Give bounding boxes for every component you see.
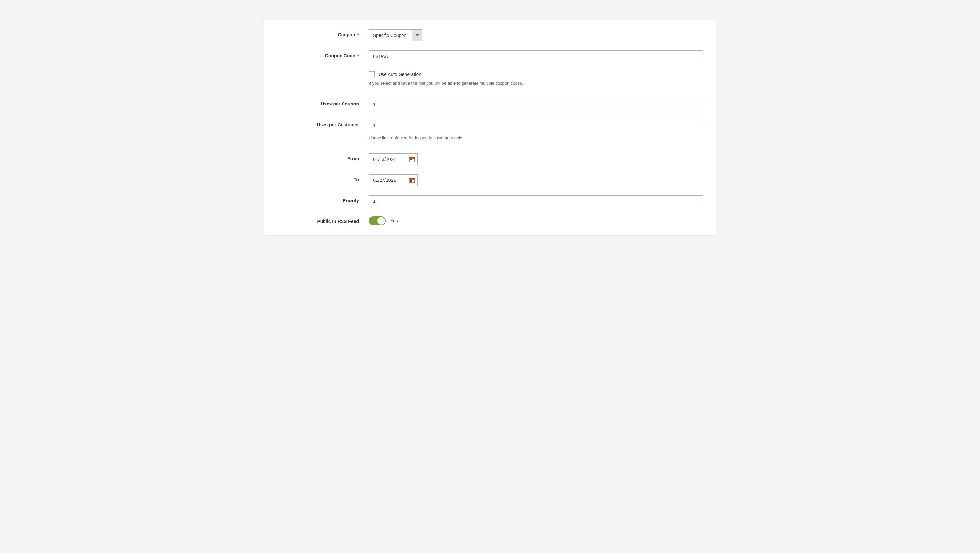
svg-rect-15 (411, 180, 412, 181)
coupon-select-value: Specific Coupon (369, 30, 412, 41)
svg-rect-7 (410, 160, 411, 161)
coupon-select[interactable]: Specific Coupon (369, 30, 423, 41)
uses-per-customer-row: Uses per Customer Usage limit enforced f… (277, 119, 703, 140)
rss-toggle-value: Yes (390, 218, 398, 223)
from-date-field[interactable] (369, 153, 418, 165)
svg-rect-11 (409, 178, 415, 180)
uses-per-coupon-row: Uses per Coupon (277, 99, 703, 110)
rss-label: Public In RSS Feed (277, 216, 369, 224)
uses-per-coupon-label: Uses per Coupon (277, 99, 369, 106)
to-date-picker-button[interactable] (407, 175, 417, 186)
priority-row: Priority (277, 195, 703, 207)
coupon-code-label: Coupon Code* (277, 51, 369, 58)
svg-rect-17 (410, 181, 411, 182)
svg-rect-8 (411, 160, 412, 161)
to-date-input[interactable] (369, 175, 407, 186)
auto-generation-help: If you select and save the rule you will… (369, 81, 703, 86)
to-row: To (277, 174, 703, 186)
priority-label: Priority (277, 195, 369, 203)
priority-input[interactable] (369, 195, 703, 207)
from-date-input[interactable] (369, 154, 407, 165)
svg-rect-5 (411, 159, 412, 160)
uses-per-customer-input[interactable] (369, 119, 703, 131)
to-label: To (277, 174, 369, 182)
coupon-row: Coupon* Specific Coupon (277, 30, 703, 41)
svg-rect-18 (411, 181, 412, 182)
calendar-icon (409, 156, 415, 162)
from-label: From (277, 153, 369, 161)
auto-generation-checkbox[interactable] (369, 72, 375, 77)
form-panel: Coupon* Specific Coupon Coupon Code* Use… (264, 20, 716, 235)
svg-rect-2 (410, 157, 411, 158)
to-date-field[interactable] (369, 174, 418, 186)
auto-generation-label: Use Auto Generation (379, 72, 421, 77)
coupon-code-row: Coupon Code* (277, 51, 703, 62)
rss-row: Public In RSS Feed Yes (277, 216, 703, 226)
from-row: From (277, 153, 703, 165)
required-mark: * (357, 53, 359, 58)
svg-rect-1 (409, 157, 415, 159)
svg-rect-4 (410, 159, 411, 160)
svg-rect-14 (410, 180, 411, 181)
uses-per-customer-label: Uses per Customer (277, 119, 369, 127)
svg-rect-9 (413, 160, 413, 161)
coupon-code-input[interactable] (369, 51, 703, 62)
auto-generation-row: Use Auto Generation If you select and sa… (277, 72, 703, 86)
uses-per-customer-help: Usage limit enforced for logged in custo… (369, 135, 703, 140)
coupon-label: Coupon* (277, 30, 369, 37)
required-mark: * (357, 32, 359, 37)
chevron-down-icon (415, 34, 419, 37)
rss-toggle[interactable] (369, 216, 386, 226)
svg-rect-19 (413, 181, 413, 182)
svg-rect-3 (413, 157, 414, 158)
uses-per-coupon-input[interactable] (369, 99, 703, 110)
svg-rect-6 (413, 159, 413, 160)
svg-rect-13 (413, 178, 414, 179)
toggle-knob (377, 217, 385, 225)
from-date-picker-button[interactable] (407, 154, 417, 165)
coupon-select-arrow[interactable] (412, 30, 422, 41)
svg-rect-16 (413, 180, 413, 181)
calendar-icon (409, 177, 415, 183)
svg-rect-12 (410, 178, 411, 179)
